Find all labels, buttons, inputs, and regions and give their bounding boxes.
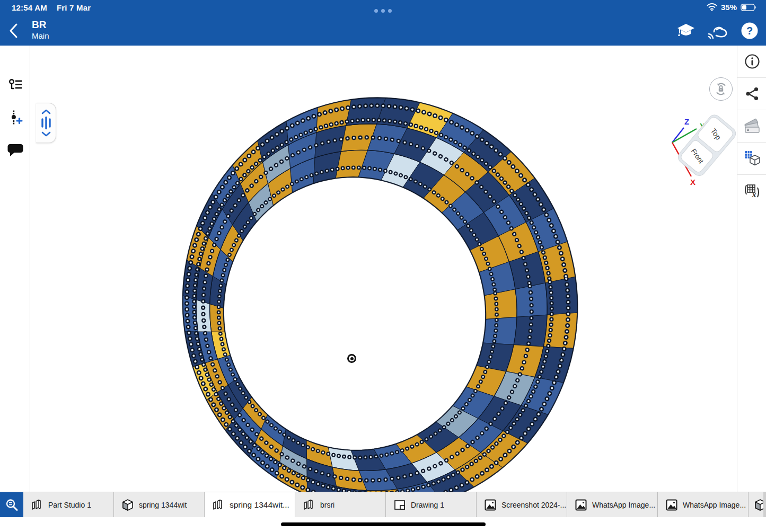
left-sidebar <box>0 46 30 517</box>
header-icons: ? <box>676 20 760 41</box>
model-canvas[interactable]: Z Y X Front Top <box>30 46 737 517</box>
bangle-model[interactable] <box>30 46 737 517</box>
tab-label: brsri <box>320 501 334 509</box>
add-feature-icon[interactable] <box>0 110 30 125</box>
scrubber-down-icon[interactable] <box>40 131 52 137</box>
offline-sync-icon[interactable] <box>708 20 728 41</box>
tab-label: Screenshot 2024-... <box>501 501 566 509</box>
right-sidebar: x <box>737 46 766 517</box>
assembly-tab-icon <box>121 499 134 511</box>
document-title: BR <box>32 19 49 31</box>
feature-list-icon[interactable] <box>0 78 30 92</box>
wifi-icon <box>707 3 717 11</box>
document-tab[interactable]: Screenshot 2024-... <box>477 492 567 518</box>
document-tab[interactable]: brsri <box>295 492 386 518</box>
variables-icon[interactable]: x <box>737 175 766 207</box>
tab-label: WhatsApp Image... <box>592 501 655 509</box>
appearance-icon[interactable] <box>737 110 766 143</box>
scrubber-up-icon[interactable] <box>40 109 52 115</box>
learning-center-icon[interactable] <box>676 20 696 41</box>
info-icon[interactable] <box>737 46 766 78</box>
tab-label: Part Studio 1 <box>48 501 91 509</box>
configurations-icon[interactable] <box>737 143 766 175</box>
drawing-tab-icon <box>393 499 406 511</box>
multitask-dots-icon <box>0 5 766 15</box>
document-titles: BR Main <box>32 19 49 40</box>
comment-icon[interactable] <box>0 143 30 157</box>
image-tab-icon <box>665 499 678 511</box>
feature-scrubber[interactable] <box>36 103 56 143</box>
image-tab-icon <box>575 499 587 511</box>
partstudio-tab-icon <box>212 499 225 511</box>
help-icon[interactable]: ? <box>739 20 760 41</box>
assembly-tab-icon <box>754 499 763 511</box>
axis-x-label: X <box>690 178 695 187</box>
svg-text:?: ? <box>746 25 753 37</box>
document-tab[interactable] <box>749 492 763 518</box>
share-icon[interactable] <box>737 78 766 110</box>
tab-label: spring 1344wit <box>139 501 187 509</box>
partstudio-tab-icon <box>303 499 315 511</box>
scrubber-bars-icon[interactable] <box>40 116 52 130</box>
svg-text:x: x <box>752 190 756 199</box>
tab-manager-button[interactable] <box>0 492 23 518</box>
home-indicator[interactable] <box>281 522 486 526</box>
tab-label: spring 1344wit... <box>230 500 289 510</box>
workspace-name: Main <box>32 31 49 40</box>
image-tab-icon <box>484 499 497 511</box>
battery-icon <box>741 4 756 11</box>
document-tab[interactable]: spring 1344wit <box>114 492 205 518</box>
view-cube[interactable]: Z Y X Front Top <box>663 109 737 193</box>
app-header: BR Main ? <box>0 16 766 46</box>
partstudio-tab-icon <box>31 499 43 511</box>
origin-marker-icon <box>347 354 356 363</box>
top-blue-bar: 12:54 AMFri 7 Mar 35% BR Main <box>0 0 766 46</box>
status-right: 35% <box>707 3 756 12</box>
tab-label: Drawing 1 <box>411 501 444 509</box>
tab-label: WhatsApp Image... <box>683 501 746 509</box>
status-bar: 12:54 AMFri 7 Mar 35% <box>0 0 766 16</box>
document-tab[interactable]: WhatsApp Image... <box>658 492 749 518</box>
back-button[interactable] <box>8 22 24 39</box>
onshape-app: 12:54 AMFri 7 Mar 35% BR Main <box>0 0 766 532</box>
document-tab[interactable]: WhatsApp Image... <box>567 492 658 518</box>
battery-percent: 35% <box>721 3 737 12</box>
document-tab[interactable]: Drawing 1 <box>386 492 477 518</box>
document-tab[interactable]: Part Studio 1 <box>23 492 114 518</box>
axis-z-label: Z <box>684 117 689 126</box>
rotation-lock-button[interactable] <box>709 77 733 101</box>
document-tab-bar: Part Studio 1spring 1344witspring 1344wi… <box>0 492 766 517</box>
document-tab[interactable]: spring 1344wit... <box>205 492 295 518</box>
home-strip <box>0 517 766 532</box>
